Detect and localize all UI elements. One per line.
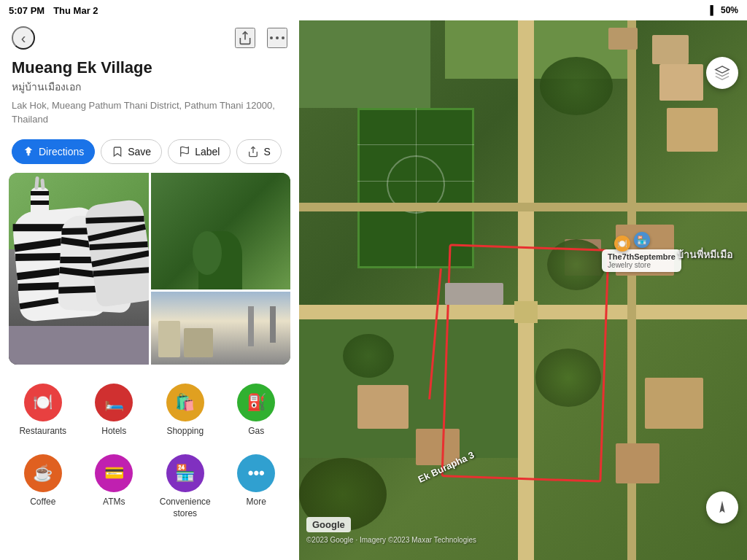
place-address: Lak Hok, Mueang Pathum Thani District, P… bbox=[12, 99, 287, 125]
shopping-label: Shopping bbox=[166, 426, 204, 438]
left-panel: ‹ Mueang Ek Village หมู่บ้านเมืองเอก L bbox=[0, 0, 299, 560]
nearby-grid: 🍽️ Restaurants 🛏️ Hotels 🛍️ Shopping bbox=[9, 376, 290, 527]
svg-point-1 bbox=[270, 36, 273, 39]
share-button[interactable] bbox=[235, 28, 255, 48]
nearby-section: 🍽️ Restaurants 🛏️ Hotels 🛍️ Shopping bbox=[0, 365, 299, 560]
hotels-label: Hotels bbox=[101, 426, 126, 438]
action-buttons: Directions Save Label S bbox=[0, 133, 299, 173]
gas-icon: ⛽ bbox=[237, 384, 275, 421]
gas-label: Gas bbox=[248, 426, 264, 438]
save-button[interactable]: Save bbox=[101, 139, 162, 164]
poi-food[interactable]: 🍽️ bbox=[614, 236, 630, 252]
back-button[interactable]: ‹ bbox=[12, 26, 35, 50]
svg-marker-7 bbox=[716, 66, 729, 73]
place-name-thai: หมู่บ้านเมืองเอก bbox=[12, 79, 287, 95]
status-time: 5:07 PM bbox=[9, 5, 44, 16]
convenience-label: Convenience stores bbox=[154, 497, 217, 519]
map-background[interactable]: 🏪 The7thSeptembre Jewelry store 🍽️ บ้านพ… bbox=[299, 20, 747, 560]
photo-bottom-right[interactable] bbox=[151, 292, 291, 365]
nearby-shopping[interactable]: 🛍️ Shopping bbox=[151, 376, 220, 445]
more-icon: ••• bbox=[237, 454, 275, 492]
nearby-more[interactable]: ••• More bbox=[222, 447, 291, 526]
navigate-button[interactable] bbox=[706, 491, 738, 524]
photo-main[interactable] bbox=[9, 173, 149, 365]
poi-jewelry-name: The7thSeptembre bbox=[608, 252, 676, 261]
battery-icon: ▌ bbox=[710, 5, 716, 15]
share-action-button[interactable]: S bbox=[236, 139, 281, 164]
svg-point-2 bbox=[276, 36, 279, 39]
photo-grid[interactable] bbox=[9, 173, 290, 365]
shopping-icon: 🛍️ bbox=[166, 384, 204, 421]
nearby-atms[interactable]: 💳 ATMs bbox=[80, 447, 149, 526]
hotels-icon: 🛏️ bbox=[95, 384, 133, 421]
photo-top-right[interactable] bbox=[151, 173, 291, 289]
coffee-label: Coffee bbox=[30, 497, 55, 508]
nearby-coffee[interactable]: ☕ Coffee bbox=[9, 447, 77, 526]
status-bar: 5:07 PM Thu Mar 2 ▌ 50% bbox=[0, 0, 747, 20]
atms-icon: 💳 bbox=[95, 454, 133, 492]
coffee-icon: ☕ bbox=[24, 454, 62, 492]
layers-button[interactable] bbox=[706, 57, 738, 89]
nearby-restaurants[interactable]: 🍽️ Restaurants bbox=[9, 376, 77, 445]
restaurants-label: Restaurants bbox=[19, 426, 66, 438]
atms-label: ATMs bbox=[103, 497, 125, 508]
imagery-credit: ©2023 Google · Imagery ©2023 Maxar Techn… bbox=[306, 536, 476, 544]
more-button[interactable] bbox=[267, 28, 287, 48]
label-button[interactable]: Label bbox=[168, 139, 231, 164]
convenience-icon: 🏪 bbox=[166, 454, 204, 492]
place-name: Mueang Ek Village bbox=[12, 58, 287, 77]
map-panel[interactable]: 🏪 The7thSeptembre Jewelry store 🍽️ บ้านพ… bbox=[299, 0, 747, 560]
battery-level: 50% bbox=[721, 5, 738, 15]
thai-map-label: บ้านพี่หมีเมือ bbox=[677, 246, 732, 262]
nearby-convenience[interactable]: 🏪 Convenience stores bbox=[151, 447, 220, 526]
nearby-hotels[interactable]: 🛏️ Hotels bbox=[80, 376, 149, 445]
restaurants-icon: 🍽️ bbox=[24, 384, 62, 421]
nearby-gas[interactable]: ⛽ Gas bbox=[222, 376, 291, 445]
google-brand: Google bbox=[306, 517, 351, 532]
directions-button[interactable]: Directions bbox=[12, 139, 95, 164]
poi-jewelry-subtitle: Jewelry store bbox=[608, 261, 676, 269]
svg-point-3 bbox=[282, 36, 285, 39]
status-date: Thu Mar 2 bbox=[53, 5, 98, 16]
more-label: More bbox=[247, 497, 266, 508]
panel-header: ‹ bbox=[0, 20, 299, 55]
place-info: Mueang Ek Village หมู่บ้านเมืองเอก Lak H… bbox=[0, 55, 299, 133]
svg-rect-4 bbox=[28, 153, 30, 155]
svg-marker-8 bbox=[719, 501, 724, 513]
